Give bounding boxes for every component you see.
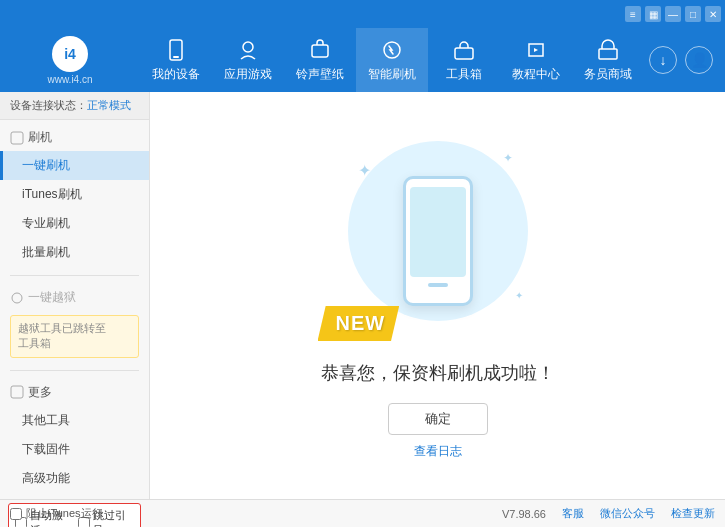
wechat-link[interactable]: 微信公众号 (600, 506, 655, 521)
merchant-icon (596, 38, 620, 62)
nav-merchant[interactable]: 务员商域 (572, 28, 644, 92)
svg-rect-5 (455, 48, 473, 59)
svg-point-8 (12, 293, 22, 303)
sidebar-flash-label: 刷机 (28, 129, 52, 146)
logo-area: i4 www.i4.cn (0, 36, 140, 85)
sidebar: 设备连接状态：正常模式 刷机 一键刷机 iTunes刷机 专业刷机 批量刷机 (0, 92, 150, 499)
sidebar-item-advanced[interactable]: 高级功能 (0, 464, 149, 493)
success-message: 恭喜您，保资料刷机成功啦！ (321, 361, 555, 385)
status-value: 正常模式 (87, 99, 131, 111)
signal-icon: ▦ (645, 6, 661, 22)
status-label: 设备连接状态： (10, 99, 87, 111)
toolbox-icon (452, 38, 476, 62)
phone-body (403, 176, 473, 306)
log-link[interactable]: 查看日志 (414, 443, 462, 460)
main-layout: 设备连接状态：正常模式 刷机 一键刷机 iTunes刷机 专业刷机 批量刷机 (0, 92, 725, 499)
sidebar-jailbreak-header: 一键越狱 (0, 284, 149, 311)
star-tr-icon: ✦ (503, 151, 513, 165)
itunes-label: 阻止iTunes运行 (26, 506, 103, 521)
nav-smart-flash[interactable]: 智能刷机 (356, 28, 428, 92)
svg-rect-1 (173, 56, 179, 58)
confirm-button[interactable]: 确定 (388, 403, 488, 435)
nav-ringtone-label: 铃声壁纸 (296, 66, 344, 83)
nav-apps-games-label: 应用游戏 (224, 66, 272, 83)
sidebar-item-pro-flash[interactable]: 专业刷机 (0, 209, 149, 238)
nav-my-device[interactable]: 我的设备 (140, 28, 212, 92)
new-badge: NEW (318, 306, 400, 341)
footer-left: 阻止iTunes运行 (10, 506, 486, 521)
minimize-button[interactable]: — (665, 6, 681, 22)
nav-ringtone[interactable]: 铃声壁纸 (284, 28, 356, 92)
svg-rect-6 (599, 49, 617, 59)
itunes-checkbox[interactable] (10, 508, 22, 520)
my-device-icon (164, 38, 188, 62)
nav-merchant-label: 务员商域 (584, 66, 632, 83)
wifi-icon: ≡ (625, 6, 641, 22)
logo-icon: i4 (52, 36, 88, 72)
sidebar-item-onekey-flash[interactable]: 一键刷机 (0, 151, 149, 180)
sidebar-flash-section: 刷机 一键刷机 iTunes刷机 专业刷机 批量刷机 (0, 120, 149, 271)
header-right-controls: ↓ 👤 (649, 46, 725, 74)
nav-apps-games[interactable]: 应用游戏 (212, 28, 284, 92)
star-tl-icon: ✦ (358, 161, 371, 180)
divider-2 (10, 370, 139, 371)
nav-smart-flash-label: 智能刷机 (368, 66, 416, 83)
smart-flash-icon (380, 38, 404, 62)
status-bar: 设备连接状态：正常模式 (0, 92, 149, 120)
user-icon[interactable]: 👤 (685, 46, 713, 74)
sidebar-jailbreak-section: 一键越狱 越狱工具已跳转至工具箱 (0, 280, 149, 366)
svg-rect-9 (11, 386, 23, 398)
client-link[interactable]: 客服 (562, 506, 584, 521)
logo-subtitle: www.i4.cn (47, 74, 92, 85)
check-update-link[interactable]: 检查更新 (671, 506, 715, 521)
window-controls: ≡ ▦ — □ ✕ (625, 6, 721, 22)
nav-toolbox-label: 工具箱 (446, 66, 482, 83)
svg-rect-3 (312, 45, 328, 57)
jailbreak-label: 一键越狱 (28, 289, 76, 306)
content-area: ✦ ✦ ✦ NEW 恭喜您，保资料刷机成功啦！ 确定 查看日志 (150, 92, 725, 499)
maximize-button[interactable]: □ (685, 6, 701, 22)
sidebar-item-download-firmware[interactable]: 下载固件 (0, 435, 149, 464)
star-br-icon: ✦ (515, 290, 523, 301)
svg-rect-7 (11, 132, 23, 144)
itunes-check-label[interactable]: 阻止iTunes运行 (10, 506, 103, 521)
nav-tutorials-label: 教程中心 (512, 66, 560, 83)
jailbreak-notice: 越狱工具已跳转至工具箱 (10, 315, 139, 358)
nav-toolbox[interactable]: 工具箱 (428, 28, 500, 92)
sidebar-more-header: 更多 (0, 379, 149, 406)
footer-right: V7.98.66 客服 微信公众号 检查更新 (502, 506, 715, 521)
phone-home-button (428, 283, 448, 287)
nav-my-device-label: 我的设备 (152, 66, 200, 83)
ringtone-icon (308, 38, 332, 62)
divider-1 (10, 275, 139, 276)
sidebar-item-batch-flash[interactable]: 批量刷机 (0, 238, 149, 267)
version-text: V7.98.66 (502, 508, 546, 520)
sidebar-more-section: 更多 其他工具 下载固件 高级功能 (0, 375, 149, 497)
phone-screen (410, 187, 466, 277)
apps-games-icon (236, 38, 260, 62)
header: i4 www.i4.cn 我的设备 应用游戏 铃声壁纸 智能刷机 (0, 28, 725, 92)
sidebar-flash-header: 刷机 (0, 124, 149, 151)
tutorials-icon (524, 38, 548, 62)
download-icon[interactable]: ↓ (649, 46, 677, 74)
svg-point-2 (243, 42, 253, 52)
sidebar-item-other-tools[interactable]: 其他工具 (0, 406, 149, 435)
top-bar: ≡ ▦ — □ ✕ (0, 0, 725, 28)
nav-tutorials[interactable]: 教程中心 (500, 28, 572, 92)
close-button[interactable]: ✕ (705, 6, 721, 22)
sidebar-item-itunes-flash[interactable]: iTunes刷机 (0, 180, 149, 209)
nav-items: 我的设备 应用游戏 铃声壁纸 智能刷机 工具箱 (140, 28, 649, 92)
phone-illustration: ✦ ✦ ✦ NEW (338, 131, 538, 351)
